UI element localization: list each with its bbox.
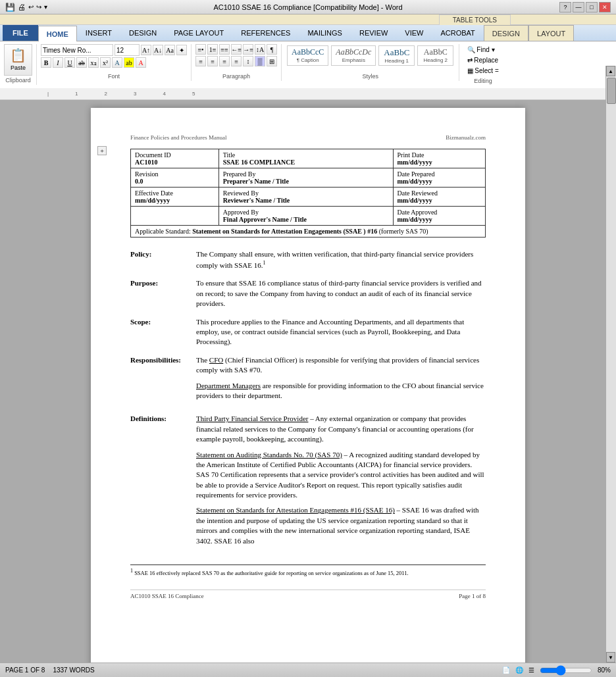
para-row-1: ≡• 1≡ ≡≡ ←≡ →≡ ↕A ¶ <box>195 44 277 55</box>
multilevel-button[interactable]: ≡≡ <box>219 44 230 55</box>
text-highlight-button[interactable]: ab <box>124 57 134 68</box>
find-button[interactable]: 🔍 Find ▾ <box>465 45 501 54</box>
align-center-button[interactable]: ≡ <box>207 56 218 66</box>
tab-table-layout[interactable]: LAYOUT <box>528 25 574 41</box>
purpose-section: Purpose: To ensure that SSAE 16 complian… <box>130 278 486 309</box>
editing-controls: 🔍 Find ▾ ⇄ Replace ▦ Select = <box>463 44 502 76</box>
tab-view[interactable]: VIEW <box>396 25 432 41</box>
align-left-button[interactable]: ≡ <box>195 56 206 66</box>
responsibilities-body: The CFO (Chief Financial Officer) is res… <box>196 355 486 407</box>
tab-mailings[interactable]: MAILINGS <box>299 25 351 41</box>
page-footer-right: Page 1 of 8 <box>459 593 486 599</box>
zoom-slider[interactable] <box>540 667 592 674</box>
ruler: | 1 2 3 4 5 <box>0 88 616 100</box>
policy-body: The Company shall ensure, with written v… <box>196 249 486 270</box>
editing-group: 🔍 Find ▾ ⇄ Replace ▦ Select = Editing <box>462 44 506 86</box>
responsibilities-line1: The CFO (Chief Financial Officer) is res… <box>196 355 486 376</box>
page-count: PAGE 1 OF 8 <box>5 666 45 674</box>
scope-body: This procedure applies to the Finance an… <box>196 317 486 347</box>
font-grow-button[interactable]: A↑ <box>141 45 151 55</box>
definitions-section: Definitions: Third Party Financial Servi… <box>130 414 486 551</box>
definition-3: Statement on Standards for Attestation E… <box>196 505 486 546</box>
replace-icon: ⇄ <box>467 57 473 64</box>
table-cell: Reviewed ByReviewer's Name / Title <box>218 188 393 207</box>
bold-button[interactable]: B <box>41 57 51 68</box>
italic-button[interactable]: I <box>53 57 63 68</box>
tab-review[interactable]: REVIEW <box>351 25 396 41</box>
tab-table-design[interactable]: DESIGN <box>484 25 528 41</box>
scope-section: Scope: This procedure applies to the Fin… <box>130 317 486 347</box>
editing-label: Editing <box>474 76 492 84</box>
increase-indent-button[interactable]: →≡ <box>243 44 253 55</box>
text-effects-button[interactable]: A <box>112 57 122 68</box>
view-print-icon[interactable]: 📄 <box>502 666 510 674</box>
show-formatting-button[interactable]: ¶ <box>267 44 277 55</box>
maximize-button[interactable]: □ <box>586 2 598 13</box>
table-cell: Effective Datemm/dd/yyyy <box>131 188 219 207</box>
replace-button[interactable]: ⇄ Replace <box>465 56 501 64</box>
font-controls: A↑ A↓ Aa ✦ B I U ab x₂ x² A ab A <box>41 44 187 68</box>
scroll-thumb[interactable] <box>607 78 616 104</box>
ribbon-content: 📋 Paste Clipboard A↑ A↓ Aa ✦ B I U ab x₂ <box>0 41 616 88</box>
tab-insert[interactable]: INSERT <box>77 25 120 41</box>
font-color-button[interactable]: A <box>136 57 146 68</box>
numbering-button[interactable]: 1≡ <box>207 44 218 55</box>
minimize-button[interactable]: — <box>573 2 584 13</box>
window-controls[interactable]: ? — □ ✕ <box>559 2 611 13</box>
bullets-button[interactable]: ≡• <box>195 44 206 55</box>
subscript-button[interactable]: x₂ <box>88 57 99 68</box>
tab-acrobat[interactable]: ACROBAT <box>432 25 483 41</box>
tab-file[interactable]: FILE <box>3 25 38 41</box>
help-button[interactable]: ? <box>559 2 571 13</box>
shading-button[interactable]: ▒ <box>255 56 265 66</box>
clear-format-button[interactable]: ✦ <box>176 45 187 55</box>
justify-button[interactable]: ≡ <box>231 56 242 66</box>
font-family-select[interactable] <box>41 44 113 56</box>
tab-page-layout[interactable]: PAGE LAYOUT <box>165 25 232 41</box>
align-right-button[interactable]: ≡ <box>219 56 230 66</box>
page-footer-left: AC1010 SSAE 16 Compliance <box>130 593 204 599</box>
style-caption[interactable]: AaBbCcC ¶ Caption <box>287 45 328 66</box>
font-group: A↑ A↓ Aa ✦ B I U ab x₂ x² A ab A Font <box>39 44 192 81</box>
tab-design[interactable]: DESIGN <box>120 25 165 41</box>
responsibilities-line2: Department Managers are responsible for … <box>196 381 486 401</box>
tab-home[interactable]: HOME <box>38 26 77 41</box>
style-heading2[interactable]: AaBbC Heading 2 <box>417 45 453 66</box>
scrollbar[interactable]: ▲ ▼ <box>605 66 616 663</box>
para-row-2: ≡ ≡ ≡ ≡ ↕ ▒ ⊞ <box>195 56 277 66</box>
def1-title: Third Party Financial Service Provider <box>196 414 308 422</box>
document-page: Finance Policies and Procedures Manual B… <box>91 108 525 674</box>
status-left: PAGE 1 OF 8 1337 WORDS <box>5 666 95 674</box>
sort-button[interactable]: ↕A <box>255 44 265 55</box>
close-button[interactable]: ✕ <box>599 2 611 13</box>
tab-references[interactable]: REFERENCES <box>232 25 299 41</box>
table-cell: Document IDAC1010 <box>131 149 219 168</box>
borders-button[interactable]: ⊞ <box>267 56 277 66</box>
decrease-indent-button[interactable]: ←≡ <box>231 44 242 55</box>
policy-section: Policy: The Company shall ensure, with w… <box>130 249 486 270</box>
status-bar: PAGE 1 OF 8 1337 WORDS 📄 🌐 ☰ 80% <box>0 663 616 677</box>
font-size-select[interactable] <box>115 44 140 56</box>
paste-button[interactable]: 📋 Paste <box>4 44 32 76</box>
style-heading1[interactable]: AaBbC Heading 1 <box>378 45 415 66</box>
table-row: Document IDAC1010 TitleSSAE 16 COMPLIANC… <box>131 149 486 168</box>
superscript-button[interactable]: x² <box>100 57 111 68</box>
document-info-table: Document IDAC1010 TitleSSAE 16 COMPLIANC… <box>130 149 486 238</box>
table-cell: Date Preparedmm/dd/yyyy <box>393 168 485 188</box>
strikethrough-button[interactable]: ab <box>76 57 87 68</box>
font-shrink-button[interactable]: A↓ <box>153 45 163 55</box>
clipboard-group: 📋 Paste Clipboard <box>3 44 37 85</box>
table-cell: Date Reviewedmm/dd/yyyy <box>393 188 485 207</box>
table-row: Applicable Standard: Statement on Standa… <box>131 226 486 238</box>
select-button[interactable]: ▦ Select = <box>465 66 501 75</box>
add-row-button[interactable]: + <box>97 146 107 155</box>
font-label: Font <box>108 72 120 80</box>
style-emphasis[interactable]: AaBbCcDc Emphasis <box>331 45 376 66</box>
view-web-icon[interactable]: 🌐 <box>515 666 523 674</box>
title-bar-icons: 💾 🖨 ↩ ↪ ▾ <box>5 3 47 12</box>
line-spacing-button[interactable]: ↕ <box>243 56 253 66</box>
page-header-left: Finance Policies and Procedures Manual <box>130 134 226 141</box>
underline-button[interactable]: U <box>64 57 75 68</box>
view-outline-icon[interactable]: ☰ <box>528 666 534 674</box>
font-case-button[interactable]: Aa <box>165 45 175 55</box>
